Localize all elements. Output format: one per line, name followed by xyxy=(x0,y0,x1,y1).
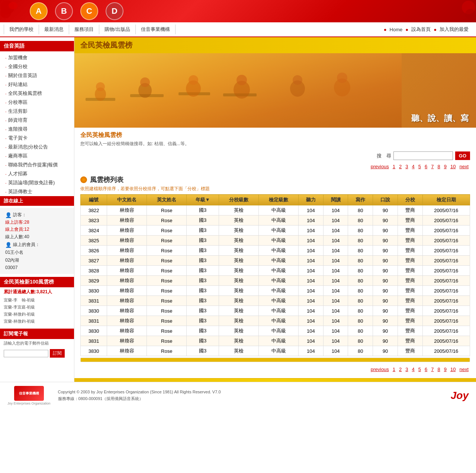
table-row: 3830林煥容Rose國3英檢中高級1041048090豐商2005/07/16 xyxy=(81,326,470,336)
page-2-bot[interactable]: 2 xyxy=(398,366,403,373)
nav-favorite[interactable]: 加入我的最愛 xyxy=(440,26,469,33)
th-en-name: 英文姓名 xyxy=(147,195,187,205)
table-row: 3830林煥容Rose國3英檢中高級1041048090豐商2005/07/16 xyxy=(81,346,470,356)
sidebar-item-forum[interactable]: 英語論壇(開放免註冊) xyxy=(0,178,74,187)
svg-point-17 xyxy=(237,75,247,85)
table-row: 3830林煥容Rose國3英檢中高級1041048090豐商2005/07/16 xyxy=(81,306,470,316)
page-9-top[interactable]: 9 xyxy=(443,163,448,170)
svg-point-15 xyxy=(189,75,198,85)
recent-item-1: 宜蘭-李宜庭-初級 xyxy=(0,304,74,311)
page-1-top[interactable]: 1 xyxy=(391,163,397,170)
scroll-inner xyxy=(81,358,470,362)
footer-joy-logo: Joy xyxy=(451,390,469,402)
svg-point-13 xyxy=(140,77,150,87)
svg-point-19 xyxy=(293,75,302,85)
content-title: 全民英檢風雲榜 xyxy=(74,37,476,53)
page-7-bot[interactable]: 7 xyxy=(430,366,435,373)
page-3-bot[interactable]: 3 xyxy=(404,366,409,373)
table-row: 3830林煥容Rose國3英檢中高級1041048090豐商2005/07/16 xyxy=(81,286,470,296)
page-8-bot[interactable]: 8 xyxy=(436,366,441,373)
page-5-top[interactable]: 5 xyxy=(417,163,422,170)
pagination-next-bottom[interactable]: next xyxy=(458,366,470,373)
scroll-bar[interactable] xyxy=(80,358,470,362)
page-9-bot[interactable]: 9 xyxy=(443,366,448,373)
nav-right: ● Home ● 設為首頁 ● 加入我的最愛 xyxy=(384,26,476,33)
page-6-bot[interactable]: 6 xyxy=(423,366,429,373)
online-member-01: 01王小名 xyxy=(4,249,70,256)
logo-c: C xyxy=(80,2,98,20)
table-section-title: 風雲榜列表 xyxy=(74,172,476,186)
online-visitor-count[interactable]: 線上訪客:28 xyxy=(4,219,70,226)
table-row: 3829林煥容Rose國3英檢中高級1041048090豐商2005/07/16 xyxy=(81,276,470,286)
sidebar-item-news-announce[interactable]: 最新消息|分校公告 xyxy=(0,143,74,151)
page-3-top[interactable]: 3 xyxy=(404,163,409,170)
sidebar-item-search[interactable]: 進階搜尋 xyxy=(0,125,74,134)
nav-bullet-3: ● xyxy=(434,27,437,32)
table-row: 3826林煥容Rose國3英檢中高級1041048090豐商2005/07/16 xyxy=(81,246,470,256)
svg-point-21 xyxy=(337,73,347,83)
recent-item-0: 宜蘭-李 翰-初級 xyxy=(0,297,74,304)
footer-text: Copyright © 2003 by Joy Enterprises Orga… xyxy=(58,389,221,402)
table-row: 3828林煥容Rose國3英檢中高級1041048090豐商2005/07/16 xyxy=(81,266,470,276)
th-branch[interactable]: 分校 xyxy=(398,195,422,205)
search-label: 搜 尋 xyxy=(377,153,391,159)
logo-d: D xyxy=(106,2,123,20)
footer-company: 佳音事業機構 xyxy=(19,391,39,395)
online-visitor-label: 👤 訪客： xyxy=(4,211,70,219)
sidebar-item-vendor[interactable]: 廠商專區 xyxy=(0,151,74,160)
th-cn-name: 中文姓名 xyxy=(107,195,147,205)
sidebar-item-recruit[interactable]: 人才招募 xyxy=(0,169,74,178)
page-2-top[interactable]: 2 xyxy=(398,163,403,170)
nav-item-school[interactable]: 我們的學校 xyxy=(4,25,39,34)
page-6-top[interactable]: 6 xyxy=(423,163,429,170)
sidebar: 佳音英語 加盟機會 全國分校 關於佳音英語 好站連結 全民英檢風雲榜 分校專區 … xyxy=(0,37,74,382)
page-10-bot[interactable]: 10 xyxy=(449,366,457,373)
sidebar-item-teacher[interactable]: 師資培育 xyxy=(0,116,74,125)
th-grade[interactable]: 年級▼ xyxy=(187,195,219,205)
svg-point-1 xyxy=(0,8,11,18)
sidebar-item-ecard[interactable]: 電子賀卡 xyxy=(0,134,74,143)
nav-item-company[interactable]: 佳音事業機構 xyxy=(136,25,176,34)
sidebar-item-contact[interactable]: 聯絡我們合作提案|報價 xyxy=(0,160,74,169)
page-4-bot[interactable]: 4 xyxy=(411,366,416,373)
sidebar-item-branches[interactable]: 全國分校 xyxy=(0,62,74,71)
search-input[interactable] xyxy=(393,151,453,160)
nav-item-service[interactable]: 服務項目 xyxy=(69,25,99,34)
hero-image: 聽、說、讀、寫 xyxy=(74,53,476,128)
page-5-bot[interactable]: 5 xyxy=(417,366,422,373)
nav-set-home[interactable]: 設為首頁 xyxy=(411,26,431,33)
subscribe-button[interactable]: 訂閱 xyxy=(50,349,65,358)
th-listening: 聽力 xyxy=(299,195,324,205)
sidebar-item-franchise[interactable]: 加盟機會 xyxy=(0,53,74,62)
page-7-top[interactable]: 7 xyxy=(430,163,435,170)
nav-bullet-1: ● xyxy=(384,27,387,32)
pagination-next-top[interactable]: next xyxy=(458,163,470,170)
email-input[interactable] xyxy=(4,350,48,357)
search-button[interactable]: GO xyxy=(455,151,470,160)
online-member-02: 02內湖 xyxy=(4,256,70,264)
nav-home[interactable]: Home xyxy=(390,27,403,32)
page-10-top[interactable]: 10 xyxy=(449,163,457,170)
page-4-top[interactable]: 4 xyxy=(411,163,416,170)
sidebar-item-ranking[interactable]: 全民英檢風雲榜 xyxy=(0,89,74,98)
page-1-bot[interactable]: 1 xyxy=(391,366,397,373)
nav-item-shop[interactable]: 購物/出版品 xyxy=(99,25,136,34)
data-table: 編號 中文姓名 英文姓名 年級▼ 分校級數 檢定級數 聽力 閱讀 寫作 口說 分… xyxy=(80,194,470,356)
nav-item-news[interactable]: 最新消息 xyxy=(39,25,69,34)
pagination-prev-bottom[interactable]: previous xyxy=(369,366,390,373)
footer-company-sub: Joy Enterprises Organization xyxy=(7,402,51,405)
sidebar-item-branch-area[interactable]: 分校專區 xyxy=(0,98,74,107)
page-8-top[interactable]: 8 xyxy=(436,163,441,170)
sidebar-item-links[interactable]: 好站連結 xyxy=(0,80,74,89)
table-row: 3827林煥容Rose國3英檢中高級1041048090豐商2005/07/16 xyxy=(81,256,470,266)
header-banner: A B C D xyxy=(0,0,476,22)
sidebar-item-missionary[interactable]: 英語傳教士 xyxy=(0,187,74,196)
pagination-prev-top[interactable]: previous xyxy=(369,163,390,170)
th-cert-level: 檢定級數 xyxy=(259,195,299,205)
online-member-count[interactable]: 線上會員:12 xyxy=(4,226,70,233)
recent-item-2: 宜蘭-林微鈞-初級 xyxy=(0,311,74,318)
person-icon: 👤 xyxy=(5,212,12,218)
footer-logo-img: 佳音事業機構 xyxy=(14,386,44,401)
sidebar-item-about[interactable]: 關於佳音英語 xyxy=(0,71,74,80)
sidebar-item-life[interactable]: 生活剪影 xyxy=(0,107,74,116)
